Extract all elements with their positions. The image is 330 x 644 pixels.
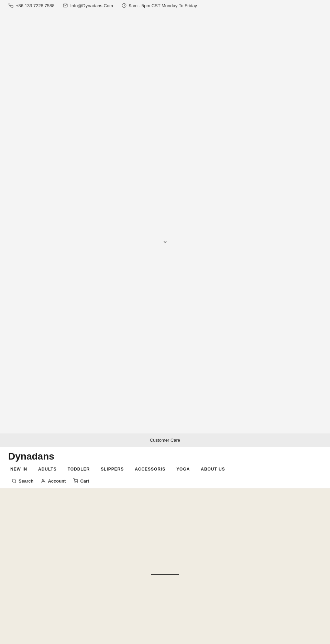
email-icon [63, 3, 68, 8]
svg-line-3 [15, 482, 16, 483]
navbar: Dynadans NEW IN ADULTS TODDLER SLIPPERS … [0, 447, 330, 488]
cart-action[interactable]: Cart [70, 477, 92, 485]
svg-point-5 [75, 483, 75, 483]
search-action[interactable]: Search [8, 477, 36, 485]
hours-item: 9am - 5pm CST Monday To Friday [121, 3, 197, 8]
clock-icon [121, 3, 127, 8]
cream-section [0, 488, 330, 644]
cart-label: Cart [80, 478, 89, 484]
brand-name[interactable]: Dynadans [8, 447, 322, 463]
svg-point-6 [77, 483, 77, 483]
account-action[interactable]: Account [37, 477, 68, 485]
phone-item: +86 133 7228 7588 [8, 3, 54, 8]
phone-text: +86 133 7228 7588 [16, 3, 54, 8]
user-icon [40, 478, 46, 484]
email-text: Info@Dynadans.Com [70, 3, 113, 8]
scroll-down-icon[interactable]: ⌄ [162, 236, 168, 245]
hero-section-2 [0, 251, 330, 433]
search-icon [11, 478, 17, 484]
nav-link-new-in[interactable]: NEW IN [8, 465, 33, 474]
hours-text: 9am - 5pm CST Monday To Friday [129, 3, 197, 8]
top-bar: +86 133 7228 7588 Info@Dynadans.Com 9am … [0, 0, 330, 11]
phone-icon [8, 3, 14, 8]
nav-link-accessories[interactable]: ACCESSORIS [129, 465, 171, 474]
nav-link-yoga[interactable]: YOGA [171, 465, 195, 474]
nav-links: NEW IN ADULTS TODDLER SLIPPERS ACCESSORI… [8, 463, 322, 475]
hero-section-1: ⌄ [0, 11, 330, 251]
nav-link-about-us[interactable]: ABOUT US [195, 465, 230, 474]
nav-link-toddler[interactable]: TODDLER [62, 465, 96, 474]
customer-care-label: Customer Care [150, 438, 180, 443]
email-item: Info@Dynadans.Com [63, 3, 113, 8]
nav-actions: Search Account Cart [8, 475, 322, 488]
search-label: Search [19, 478, 33, 484]
account-label: Account [48, 478, 66, 484]
customer-care-bar[interactable]: Customer Care [0, 433, 330, 447]
svg-point-4 [43, 479, 44, 481]
nav-link-adults[interactable]: ADULTS [33, 465, 62, 474]
cream-divider [151, 574, 179, 575]
nav-link-slippers[interactable]: SLIPPERS [95, 465, 129, 474]
cart-icon [73, 478, 79, 484]
